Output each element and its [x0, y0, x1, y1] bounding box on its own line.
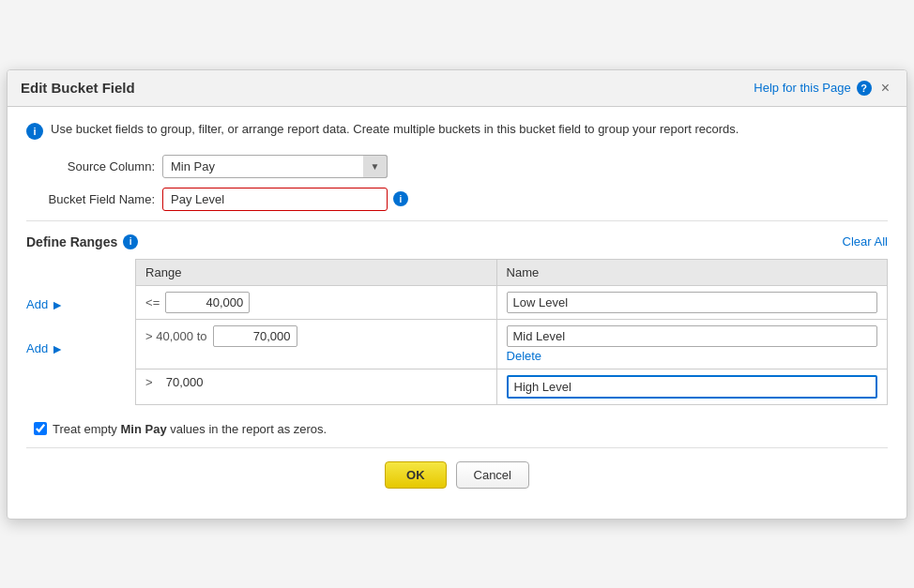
- define-ranges-title: Define Ranges: [26, 234, 117, 249]
- table-row: <=: [136, 285, 888, 319]
- name-cell-1: [496, 285, 887, 319]
- clear-all-button[interactable]: Clear All: [843, 234, 888, 249]
- table-header-row: Range Name: [136, 259, 888, 285]
- define-ranges-label: Define Ranges i: [26, 234, 138, 249]
- define-ranges-header: Define Ranges i Clear All: [26, 234, 888, 249]
- range-cell-content-2: > 40,000 to: [145, 325, 486, 347]
- table-row: > 70,000: [136, 369, 888, 404]
- close-button[interactable]: ×: [877, 80, 893, 97]
- name-input-1[interactable]: [507, 292, 877, 313]
- checkbox-row: Treat empty Min Pay values in the report…: [34, 422, 888, 436]
- add-button-row2[interactable]: Add ►: [26, 341, 64, 356]
- dialog-header: Edit Bucket Field Help for this Page ? ×: [8, 70, 906, 107]
- bucket-field-name-label: Bucket Field Name:: [26, 192, 162, 206]
- range-cell-3: > 70,000: [136, 369, 496, 404]
- add-label-1: Add: [26, 297, 48, 311]
- range-cell-1: <=: [136, 285, 496, 319]
- source-column-control: Min Pay Max Pay Avg Pay ▼: [162, 155, 388, 178]
- add-arrow-icon-1: ►: [51, 297, 64, 312]
- source-column-select[interactable]: Min Pay Max Pay Avg Pay: [162, 155, 388, 178]
- range-cell-content-3: > 70,000: [145, 375, 486, 389]
- delete-link-2[interactable]: Delete: [507, 349, 877, 363]
- range-value-3: 70,000: [166, 375, 204, 389]
- bucket-name-info-icon[interactable]: i: [393, 191, 408, 206]
- bucket-field-name-row: Bucket Field Name: i: [26, 188, 888, 211]
- row2-spacer: Add ►: [26, 323, 79, 375]
- help-icon[interactable]: ?: [857, 81, 872, 96]
- treat-empty-checkbox[interactable]: [34, 422, 47, 435]
- bucket-field-name-control: i: [162, 188, 408, 211]
- range-op-1: <=: [145, 295, 160, 309]
- name-column-header: Name: [496, 259, 887, 285]
- dialog-footer: OK Cancel: [26, 447, 888, 504]
- checkbox-label-post: values in the report as zeros.: [167, 422, 328, 436]
- bucket-field-name-input[interactable]: [162, 188, 388, 211]
- info-icon: i: [26, 123, 43, 140]
- info-banner: i Use bucket fields to group, filter, or…: [26, 122, 888, 140]
- add-buttons-column: Add ► Add ►: [26, 259, 79, 411]
- range-column-header: Range: [136, 259, 496, 285]
- source-column-label: Source Column:: [26, 159, 162, 173]
- dialog-title: Edit Bucket Field: [21, 80, 135, 96]
- help-link[interactable]: Help for this Page: [754, 81, 850, 95]
- source-column-select-wrapper: Min Pay Max Pay Avg Pay ▼: [162, 155, 388, 178]
- range-op-3: >: [145, 375, 153, 389]
- source-column-row: Source Column: Min Pay Max Pay Avg Pay ▼: [26, 155, 888, 178]
- range-cell-content-1: <=: [145, 292, 486, 313]
- ranges-table: Range Name <=: [135, 259, 888, 405]
- range-input-2[interactable]: [213, 325, 297, 347]
- row1-spacer: Add ►: [26, 287, 79, 323]
- range-op-2: > 40,000 to: [145, 329, 206, 343]
- info-message: Use bucket fields to group, filter, or a…: [51, 122, 739, 136]
- table-row: > 40,000 to Delete: [136, 319, 888, 369]
- name-input-2[interactable]: [507, 325, 877, 347]
- name-cell-3: [496, 369, 887, 404]
- checkbox-label-pre: Treat empty: [53, 422, 120, 436]
- range-cell-2: > 40,000 to: [136, 319, 496, 369]
- add-button-row1[interactable]: Add ►: [26, 297, 64, 312]
- edit-bucket-field-dialog: Edit Bucket Field Help for this Page ? ×…: [7, 69, 907, 520]
- checkbox-label: Treat empty Min Pay values in the report…: [53, 422, 327, 436]
- name-cell-content-2: Delete: [507, 325, 877, 363]
- add-label-2: Add: [26, 341, 48, 355]
- define-ranges-info-icon[interactable]: i: [123, 234, 138, 249]
- section-divider: [26, 220, 888, 221]
- ranges-table-wrapper: Add ► Add ► Range Name: [26, 259, 888, 411]
- header-spacer: [26, 259, 79, 287]
- checkbox-bold-text: Min Pay: [120, 422, 166, 436]
- range-input-1[interactable]: [165, 292, 250, 313]
- cancel-button[interactable]: Cancel: [456, 461, 529, 489]
- header-right: Help for this Page ? ×: [754, 80, 893, 97]
- row3-spacer: [26, 375, 79, 411]
- name-cell-2: Delete: [496, 319, 887, 369]
- ok-button[interactable]: OK: [385, 461, 447, 489]
- add-arrow-icon-2: ►: [51, 341, 64, 356]
- dialog-body: i Use bucket fields to group, filter, or…: [8, 107, 906, 519]
- name-input-3[interactable]: [507, 375, 877, 399]
